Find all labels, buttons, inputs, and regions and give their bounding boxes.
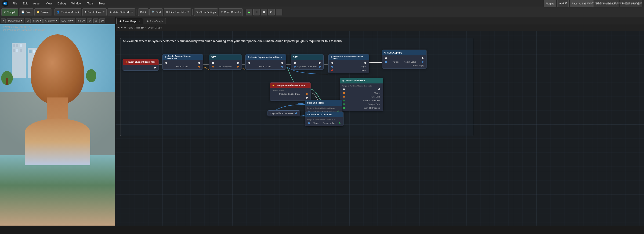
node-header-sample: Get Sample Rate (305, 100, 342, 106)
exec-in (294, 62, 296, 64)
node-header-sound: ⚙ Create Capturable Sound Wave (246, 54, 286, 60)
bone-btn[interactable]: ⊕ (87, 18, 92, 24)
diff-chevron: ▾ (145, 10, 146, 14)
node-capturable-ref[interactable]: Capturable Sound Wave (268, 110, 300, 116)
node-bind-event[interactable]: ⚙ Bind Event to On Populate Audio Data T… (328, 54, 369, 74)
viewport-num[interactable]: 10 (100, 18, 105, 24)
cap-out (295, 112, 297, 114)
breadcrumb-current[interactable]: Event Graph (148, 26, 162, 29)
app-logo[interactable]: U (2, 0, 8, 7)
menu-view[interactable]: View (44, 2, 53, 6)
svg-rect-9 (20, 49, 22, 52)
pause-button[interactable]: ⏸ (253, 9, 260, 16)
stuff-tab[interactable]: ◀ stuff (557, 0, 569, 7)
tab-event-graph[interactable]: ◈ Event Graph × (116, 18, 143, 24)
breadcrumb: ◀ ▶ ⊞ Face_AnimBP › Event Graph (116, 24, 644, 31)
more-button[interactable]: ⋯ (276, 9, 282, 16)
show-btn[interactable]: Show ▾ (32, 18, 42, 24)
grid-btn[interactable]: ⊞ (93, 18, 98, 24)
menu-edit[interactable]: Edit (21, 2, 29, 6)
node-set-2[interactable]: SET Capturable Sound Wave (291, 54, 324, 70)
node-body-capture: Target Return Value Device Id [3] (382, 56, 426, 68)
diff-button[interactable]: Diff ▾ (138, 8, 148, 16)
node-body-set1: Return Value (209, 60, 242, 70)
character-btn[interactable]: Character ▾ (44, 18, 59, 24)
node-body-populate: Custom Event Populated Audio Data (270, 88, 310, 100)
find-button[interactable]: 🔍 Find (150, 8, 163, 16)
lod-btn[interactable]: LOD Auto ▾ (60, 18, 75, 24)
sound-icon: ⚙ (248, 56, 250, 59)
node-header-capture: ⚙ Start Capture (382, 50, 426, 56)
stop-button[interactable]: ⏹ (261, 9, 267, 16)
settings-icon: ⚙ (196, 10, 198, 14)
node-start-capture[interactable]: ⚙ Start Capture Target Return Value (382, 50, 426, 69)
menu-window[interactable]: Window (70, 2, 83, 6)
loop-button[interactable]: ⟳ (268, 9, 275, 16)
node-body-process: Target is Runtime Viseme Generator Targe… (340, 84, 383, 111)
lit-btn[interactable]: Lit (25, 18, 31, 24)
svg-rect-16 (6, 78, 8, 85)
lod-chevron: ▾ (72, 20, 74, 22)
show-chevron: ▾ (40, 20, 41, 22)
node-create-viseme[interactable]: ⚙ Create Runtime Viseme Generator Return… (162, 54, 203, 70)
node-set-1[interactable]: SET Return Value (209, 54, 242, 70)
menu-help[interactable]: Help (98, 2, 106, 6)
node-header-populate: ⚡ OnPopulateAudioData_Event (270, 82, 310, 88)
actor-label: Face_AnimBP_C_5 in AnimationEditorPrevie… (588, 2, 642, 4)
return-pin (281, 66, 283, 68)
class-settings-button[interactable]: ⚙ Class Settings (194, 8, 218, 16)
create-asset-button[interactable]: ✦ Create Asset ▾ (82, 8, 107, 16)
node-process-audio[interactable]: ◈ Process Audio Data Target is Runtime V… (340, 78, 383, 111)
exec-in-pin (165, 62, 167, 64)
node-create-sound[interactable]: ⚙ Create Capturable Sound Wave Return Va… (245, 54, 286, 70)
nav-back[interactable]: ◀ (118, 26, 119, 29)
event-graph-close[interactable]: × (139, 20, 140, 22)
browse-button[interactable]: 📁 Browse (34, 8, 52, 16)
audio-data-pin (306, 93, 308, 95)
plugins-btn[interactable]: Plugins (544, 0, 556, 7)
menu-asset[interactable]: Asset (32, 2, 42, 6)
play-button[interactable]: ▶ (246, 9, 252, 16)
svg-rect-4 (13, 44, 15, 47)
viewport-content[interactable]: Previewing Face_AnimBP_C. Bone manipulat… (0, 24, 115, 226)
save-button[interactable]: 💾 Save (19, 8, 34, 16)
focus-icon[interactable]: ⊞ (124, 26, 126, 29)
hide-unrelated-button[interactable]: 👁 Hide Unrelated ▾ (164, 8, 191, 16)
menu-debug[interactable]: Debug (56, 2, 67, 6)
menu-file[interactable]: File (11, 2, 18, 6)
class-defaults-button[interactable]: ⊟ Class Defaults (219, 8, 243, 16)
return-out (338, 122, 340, 124)
blueprint-canvas[interactable]: An example where lip sync is performed s… (116, 31, 644, 226)
process-sub: Target is Runtime Viseme Generator (342, 84, 381, 88)
hide-chevron: ▾ (188, 10, 189, 14)
character-3d (25, 34, 90, 170)
menu-tools[interactable]: Tools (86, 2, 95, 6)
node-on-populate[interactable]: ⚡ OnPopulateAudioData_Event Custom Event… (270, 82, 311, 101)
node-body-cap-ref: Capturable Sound Wave (268, 110, 300, 116)
anim-graph-icon: ◈ (146, 20, 148, 23)
exec-out-pin (154, 66, 156, 68)
preview-mesh-button[interactable]: 👤 Preview Mesh ▾ (54, 8, 82, 16)
breadcrumb-root[interactable]: Face_AnimBP (128, 26, 144, 29)
event-pin (331, 70, 333, 71)
svg-rect-8 (16, 49, 18, 52)
realtime-btn[interactable]: ● (1, 18, 6, 24)
bind-icon: ⚙ (330, 56, 332, 59)
playrate-btn[interactable]: ▶ x1.0 (76, 18, 86, 24)
target-pin (331, 66, 333, 68)
tab-anim-graph[interactable]: ◈ AnimGraph (144, 18, 166, 24)
svg-rect-3 (12, 43, 26, 78)
sep3 (192, 9, 193, 16)
svg-rect-5 (16, 44, 18, 47)
defaults-icon: ⊟ (221, 10, 223, 14)
node-get-channels[interactable]: Get Number Of Channels Target is Captura… (305, 112, 344, 126)
compile-button[interactable]: ⚙ Compile (2, 8, 18, 16)
construct-icon: ⚙ (164, 56, 166, 59)
perspective-btn[interactable]: Perspective ▾ (6, 18, 24, 24)
search-icon: 🔍 (152, 10, 155, 14)
node-body-viseme: Return Value (162, 60, 203, 70)
make-static-mesh-button[interactable]: ◈ Make Static Mesh (108, 8, 135, 16)
process-icon: ◈ (342, 80, 344, 82)
nav-forward[interactable]: ▶ (121, 26, 122, 29)
node-event-begin-play[interactable]: ⚡ Event Blueprint Begin Play (122, 59, 159, 70)
